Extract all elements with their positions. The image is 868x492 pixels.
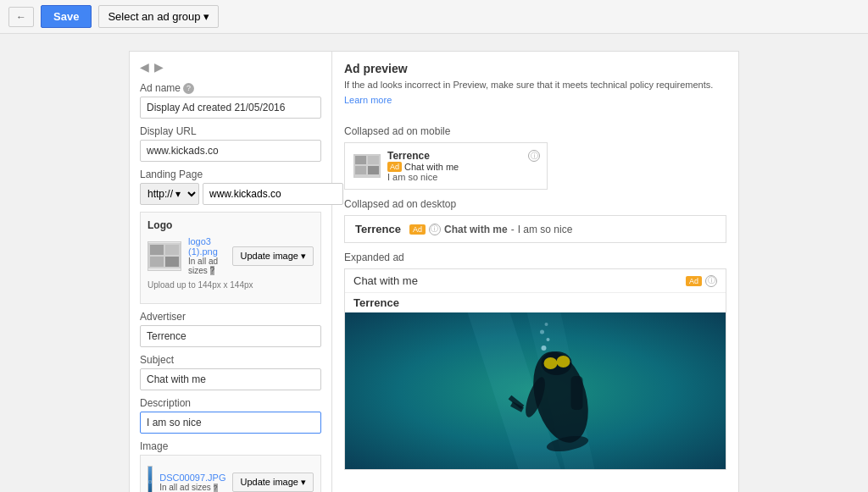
update-image-button[interactable]: Update image ▾ (232, 473, 314, 492)
toolbar: ← Save Select an ad group ▾ (0, 0, 868, 34)
desktop-advertiser: Terrence (355, 223, 401, 235)
svg-point-18 (544, 357, 558, 369)
collapsed-desktop-label: Collapsed ad on desktop (344, 198, 726, 210)
desktop-description: I am so nice (518, 224, 573, 235)
svg-rect-20 (571, 376, 583, 410)
image-section-label: Image (140, 440, 321, 452)
description-label: Description (140, 397, 321, 409)
landing-page-row: http:// ▾ https:// (140, 183, 321, 205)
logo-size: In all ad sizes ? (188, 257, 225, 275)
svg-rect-1 (150, 245, 164, 255)
image-section: DSC00097.JPG In all ad sizes ? Update im… (140, 455, 321, 492)
image-size-help-icon[interactable]: ? (214, 484, 218, 492)
nav-forward-icon[interactable]: ▶ (154, 60, 164, 74)
preview-subtitle: If the ad looks incorrect in Preview, ma… (344, 79, 726, 91)
mobile-ad-content: Terrence Ad Chat with me I am so nice (387, 150, 538, 182)
ad-name-input[interactable] (140, 97, 321, 119)
protocol-select[interactable]: http:// ▾ https:// (140, 183, 199, 205)
main-content: ◀ ▶ Ad name ? Display URL Landing Page h… (0, 34, 868, 492)
mobile-logo (353, 154, 381, 178)
back-icon: ← (16, 11, 26, 23)
image-thumbnail (147, 466, 153, 492)
logo-size-help-icon[interactable]: ? (210, 266, 215, 275)
update-logo-button[interactable]: Update image ▾ (232, 246, 314, 266)
desktop-ad-preview: Terrence Ad ⓘ Chat with me - I am so nic… (344, 215, 726, 243)
nav-back-icon[interactable]: ◀ (140, 60, 149, 74)
logo-filename: logo3 (1).png (188, 236, 225, 257)
image-size: In all ad sizes ? (159, 483, 225, 492)
ad-name-help-icon[interactable]: ? (183, 83, 194, 94)
mobile-description: I am so nice (387, 172, 538, 182)
expanded-image (345, 312, 726, 469)
expanded-badge-row: Ad ⓘ (686, 275, 717, 287)
expanded-ad-preview: Chat with me Ad ⓘ Terrence (344, 268, 726, 470)
back-button[interactable]: ← (8, 7, 34, 27)
mobile-ad-preview: Terrence Ad Chat with me I am so nice ⓘ (344, 142, 548, 190)
panel-nav: ◀ ▶ (140, 60, 321, 74)
svg-rect-11 (355, 166, 366, 174)
svg-point-7 (150, 481, 151, 482)
preview-panel: Ad preview If the ad looks incorrect in … (332, 51, 739, 492)
save-button[interactable]: Save (41, 5, 92, 28)
svg-rect-12 (368, 166, 379, 174)
logo-upload-note: Upload up to 144px x 144px (147, 280, 314, 290)
desktop-ad-badge: Ad (409, 224, 426, 235)
svg-rect-9 (355, 156, 366, 164)
expanded-ad-badge: Ad (686, 276, 702, 286)
mobile-advertiser: Terrence (387, 150, 538, 162)
preview-title: Ad preview (344, 62, 726, 75)
mobile-subject: Chat with me (404, 162, 459, 172)
learn-more-link[interactable]: Learn more (344, 95, 392, 105)
image-row: DSC00097.JPG In all ad sizes ? Update im… (147, 466, 314, 492)
expanded-subject: Chat with me (353, 274, 418, 287)
svg-rect-4 (165, 257, 179, 267)
logo-section-title: Logo (147, 219, 314, 231)
svg-point-26 (547, 338, 550, 341)
svg-point-25 (542, 346, 547, 351)
subject-label: Subject (140, 354, 321, 366)
display-url-input[interactable] (140, 140, 321, 162)
image-info: DSC00097.JPG In all ad sizes ? (159, 473, 225, 492)
expanded-label: Expanded ad (344, 252, 726, 263)
advertiser-label: Advertiser (140, 311, 321, 323)
mobile-ad-badge: Ad (387, 162, 402, 172)
landing-page-label: Landing Page (140, 169, 321, 180)
advertiser-input[interactable] (140, 325, 321, 347)
adgroup-selector[interactable]: Select an ad group ▾ (98, 5, 219, 28)
form-panel: ◀ ▶ Ad name ? Display URL Landing Page h… (129, 51, 332, 492)
svg-rect-10 (368, 156, 379, 164)
logo-info: logo3 (1).png In all ad sizes ? (188, 236, 225, 275)
desktop-info-icon[interactable]: ⓘ (429, 224, 441, 235)
description-input[interactable] (140, 412, 321, 434)
svg-point-27 (540, 330, 544, 334)
ad-name-label: Ad name ? (140, 82, 321, 94)
landing-url-input[interactable] (203, 183, 343, 205)
logo-thumbnail (147, 241, 181, 271)
desktop-separator: - (511, 224, 515, 235)
mobile-subject-row: Ad Chat with me (387, 162, 538, 172)
image-filename: DSC00097.JPG (159, 473, 225, 483)
svg-point-19 (557, 356, 570, 368)
svg-point-28 (545, 323, 548, 326)
expanded-advertiser: Terrence (345, 293, 726, 312)
svg-rect-2 (165, 245, 179, 255)
subject-input[interactable] (140, 368, 321, 390)
logo-row: logo3 (1).png In all ad sizes ? Update i… (147, 236, 314, 275)
desktop-ad-middle: Ad ⓘ Chat with me - I am so nice (409, 224, 715, 235)
logo-section: Logo logo3 (1).png In all ad sizes (140, 212, 321, 304)
display-url-label: Display URL (140, 125, 321, 137)
desktop-subject: Chat with me (444, 224, 508, 235)
expanded-ad-header: Chat with me Ad ⓘ (345, 269, 726, 293)
expanded-info-icon[interactable]: ⓘ (705, 275, 717, 287)
collapsed-mobile-label: Collapsed ad on mobile (344, 125, 726, 137)
svg-rect-3 (150, 257, 164, 267)
